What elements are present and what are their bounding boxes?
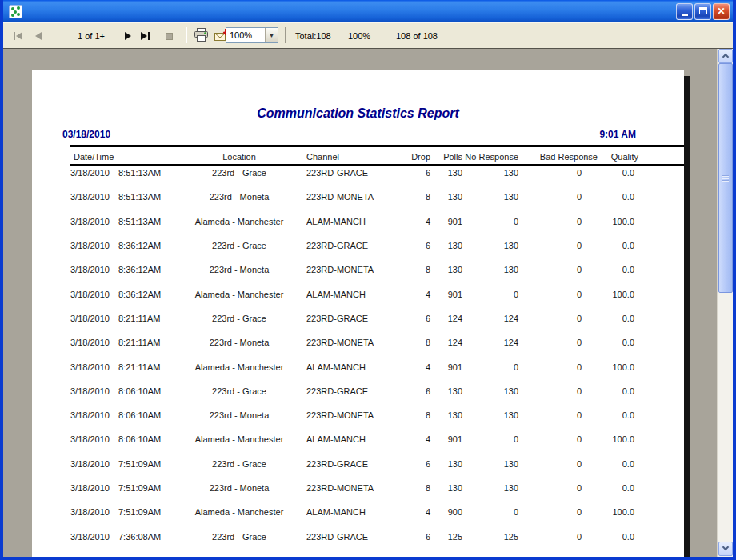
cell-datetime: 3/18/20108:06:10AM (68, 386, 172, 396)
cell-location: Alameda - Manchester (172, 217, 306, 226)
zoom-value[interactable]: 100% (226, 28, 265, 42)
thumb-grip-icon (722, 175, 729, 182)
cell-time: 7:36:08AM (118, 532, 161, 542)
minimize-button[interactable] (676, 3, 693, 20)
cell-polls: 130 (430, 483, 462, 493)
stop-icon (166, 33, 173, 40)
last-page-icon (141, 32, 147, 40)
cell-time: 8:51:13AM (118, 168, 161, 178)
cell-bad-response: 0 (518, 265, 598, 274)
cell-bad-response: 0 (518, 338, 598, 347)
cell-date: 3/18/2010 (70, 241, 118, 250)
cell-no-response: 125 (462, 532, 518, 542)
cell-datetime: 3/18/20108:06:10AM (68, 410, 172, 420)
cell-date: 3/18/2010 (70, 556, 118, 557)
cell-quality: 0.0 (598, 314, 638, 323)
table-row: 3/18/20108:51:13AM223rd - Moneta223RD-MO… (68, 185, 638, 209)
cell-no-response: 130 (462, 241, 518, 250)
cell-no-response: 130 (462, 459, 518, 469)
close-button[interactable]: ✕ (713, 3, 730, 20)
cell-polls: 130 (430, 168, 462, 178)
table-row: 3/18/20107:36:08AM223rd - Grace223RD-GRA… (68, 524, 638, 548)
cell-datetime: 3/18/20108:51:13AM (68, 168, 172, 178)
cell-polls: 130 (430, 386, 462, 396)
scroll-up-button[interactable] (718, 49, 733, 63)
cell-channel: 223RD-MONETA (306, 338, 386, 347)
cell-channel: 223RD-MONETA (306, 192, 386, 202)
table-row: 3/18/20108:21:11AMAlameda - ManchesterAL… (68, 354, 638, 378)
report-title: Communication Statistics Report (32, 106, 684, 121)
last-page-button[interactable] (141, 30, 150, 42)
cell-quality: 0.0 (598, 483, 638, 493)
cell-datetime: 3/18/20108:21:11AM (68, 338, 172, 347)
cell-quality: 0.0 (598, 192, 638, 202)
cell-polls: 125 (430, 556, 462, 557)
scroll-down-button[interactable] (718, 542, 733, 556)
cell-quality: 0.0 (598, 410, 638, 420)
first-page-button[interactable] (14, 30, 22, 42)
cell-channel: 223RD-GRACE (306, 241, 386, 250)
cell-bad-response: 0 (518, 434, 598, 444)
cell-drop: 6 (386, 386, 430, 396)
cell-time: 8:06:10AM (118, 434, 161, 444)
table-row: 3/18/20108:36:12AM223rd - Grace223RD-GRA… (68, 234, 638, 258)
table-row: 3/18/20108:21:11AM223rd - Moneta223RD-MO… (68, 330, 638, 354)
cell-bad-response: 0 (518, 386, 598, 396)
cell-location: Alameda - Manchester (172, 362, 306, 372)
cell-channel: 223RD-GRACE (306, 459, 386, 469)
chevron-down-icon: ▼ (269, 33, 274, 38)
close-icon: ✕ (717, 4, 725, 19)
cell-polls: 130 (430, 265, 462, 274)
cell-no-response: 0 (462, 362, 518, 372)
cell-drop: 8 (386, 338, 430, 347)
cell-bad-response: 0 (518, 483, 598, 493)
cell-time: 8:06:10AM (118, 410, 161, 420)
cell-drop: 8 (386, 483, 430, 493)
report-page: Communication Statistics Report 03/18/20… (32, 70, 684, 557)
scrollbar-thumb[interactable] (718, 63, 733, 293)
prev-page-icon (35, 32, 42, 40)
print-button[interactable] (194, 28, 209, 43)
cell-no-response: 130 (462, 265, 518, 274)
cell-polls: 901 (430, 217, 462, 226)
cell-quality: 0.0 (598, 338, 638, 347)
page-indicator: 1 of 1+ (67, 31, 115, 41)
cell-datetime: 3/18/20108:06:10AM (68, 434, 172, 444)
cell-polls: 130 (430, 192, 462, 202)
next-page-button[interactable] (125, 30, 131, 42)
prev-page-button[interactable] (35, 30, 42, 42)
cell-quality: 0.0 (598, 386, 638, 396)
table-row: 3/18/20107:51:09AM223rd - Moneta223RD-MO… (68, 476, 638, 500)
table-row: 3/18/20108:06:10AMAlameda - ManchesterAL… (68, 427, 638, 451)
print-icon (194, 28, 209, 42)
cell-no-response: 130 (462, 192, 518, 202)
cell-time: 7:51:09AM (118, 507, 161, 517)
titlebar[interactable]: ✕ (3, 0, 733, 22)
load-percent-label: 100% (348, 31, 370, 41)
cell-time: 8:51:13AM (118, 217, 161, 226)
cell-datetime: 3/18/20108:51:13AM (68, 217, 172, 226)
minimize-icon (682, 14, 688, 16)
stop-button[interactable] (166, 30, 173, 42)
cell-polls: 130 (430, 241, 462, 250)
cell-quality: 100.0 (598, 434, 638, 444)
zoom-combobox[interactable]: 100% ▼ (226, 27, 278, 43)
cell-time: 7:51:09AM (118, 483, 161, 493)
cell-date: 3/18/2010 (70, 217, 118, 226)
cell-polls: 900 (430, 507, 462, 517)
cell-date: 3/18/2010 (70, 192, 118, 202)
cell-quality: 0.0 (598, 168, 638, 178)
cell-channel: 223RD-GRACE (306, 168, 386, 178)
cell-channel: 223RD-GRACE (306, 314, 386, 323)
cell-no-response: 130 (462, 168, 518, 178)
cell-date: 3/18/2010 (70, 290, 118, 299)
maximize-button[interactable] (694, 3, 711, 20)
cell-drop: 4 (386, 217, 430, 226)
cell-channel: 223RD-GRACE (306, 532, 386, 542)
zoom-dropdown-button[interactable]: ▼ (265, 28, 278, 42)
cell-channel: ALAM-MANCH (306, 217, 386, 226)
cell-datetime: 3/18/20108:21:11AM (68, 314, 172, 323)
cell-drop: 6 (386, 241, 430, 250)
cell-quality: 100.0 (598, 217, 638, 226)
vertical-scrollbar[interactable] (717, 49, 733, 557)
